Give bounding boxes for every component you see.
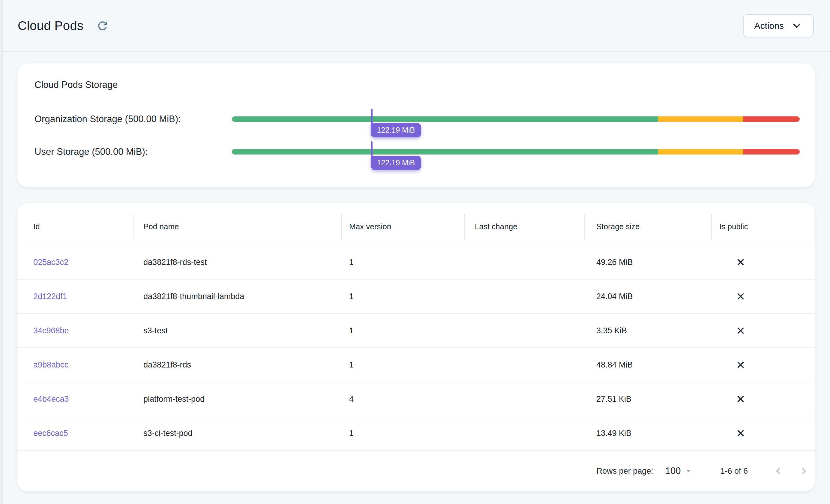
- column-header-last-change[interactable]: Last change: [464, 222, 584, 231]
- left-edge-divider: [0, 0, 3, 504]
- page-header: Cloud Pods Actions: [0, 0, 830, 52]
- page-title: Cloud Pods: [18, 19, 84, 33]
- rows-per-page-label: Rows per page:: [597, 467, 653, 476]
- refresh-icon: [96, 19, 109, 32]
- org-storage-label: Organization Storage (500.00 MiB):: [34, 113, 232, 126]
- table-row[interactable]: e4b4eca3 platform-test-pod 4 27.51 KiB: [17, 382, 815, 416]
- table-row[interactable]: 34c968be s3-test 1 3.35 KiB: [17, 314, 815, 348]
- max-version-cell: 1: [341, 360, 464, 370]
- pod-name-cell: da3821f8-thumbnail-lambda: [133, 292, 341, 301]
- storage-size-cell: 24.04 MiB: [584, 292, 711, 301]
- table-header-row: Id Pod name Max version Last change Stor…: [17, 203, 815, 245]
- refresh-button[interactable]: [94, 18, 111, 34]
- column-separator: [133, 214, 134, 240]
- storage-size-cell: 48.84 MiB: [584, 360, 711, 370]
- pagination-range: 1-6 of 6: [720, 467, 748, 476]
- chevron-right-icon: [797, 464, 810, 478]
- rows-per-page-select[interactable]: 100: [665, 466, 694, 476]
- org-storage-row: Organization Storage (500.00 MiB): 122.1…: [34, 113, 800, 126]
- chevron-left-icon: [772, 464, 785, 478]
- main-content: Cloud Pods Storage Organization Storage …: [0, 52, 830, 492]
- user-storage-row: User Storage (500.00 MiB): 122.19 MiB: [34, 145, 800, 158]
- chevron-down-icon: [791, 20, 802, 32]
- pod-name-cell: da3821f8-rds: [133, 360, 341, 370]
- storage-card-title: Cloud Pods Storage: [34, 79, 800, 91]
- pod-id-link[interactable]: a9b8abcc: [33, 360, 68, 369]
- is-public-cell: [711, 394, 815, 404]
- close-icon: [735, 360, 746, 370]
- table-row[interactable]: 025ac3c2 da3821f8-rds-test 1 49.26 MiB: [17, 245, 815, 280]
- storage-card: Cloud Pods Storage Organization Storage …: [17, 63, 815, 187]
- column-separator: [464, 214, 465, 240]
- rows-per-page-value: 100: [665, 466, 681, 476]
- table-row[interactable]: a9b8abcc da3821f8-rds 1 48.84 MiB: [17, 348, 815, 382]
- user-storage-value-badge: 122.19 MiB: [371, 156, 421, 170]
- pod-id-link[interactable]: 2d122df1: [33, 292, 67, 301]
- close-icon: [735, 257, 746, 267]
- arrow-dropdown-icon: [683, 466, 693, 476]
- table-pagination: Rows per page: 100 1-6 of 6: [17, 450, 815, 492]
- max-version-cell: 1: [341, 326, 464, 336]
- storage-size-cell: 27.51 KiB: [584, 395, 711, 404]
- column-header-is-public[interactable]: Is public: [711, 222, 815, 231]
- column-header-max-version[interactable]: Max version: [341, 222, 464, 231]
- org-storage-gauge: 122.19 MiB: [232, 117, 800, 122]
- is-public-cell: [711, 291, 815, 302]
- pod-id-link[interactable]: eec6cac5: [33, 429, 68, 438]
- pod-name-cell: s3-test: [133, 326, 341, 336]
- column-separator: [341, 214, 342, 240]
- column-separator: [584, 214, 585, 240]
- max-version-cell: 1: [341, 258, 464, 267]
- pods-table-card: Id Pod name Max version Last change Stor…: [17, 203, 815, 492]
- max-version-cell: 1: [341, 292, 464, 301]
- pod-id-link[interactable]: e4b4eca3: [33, 395, 69, 404]
- column-separator: [711, 214, 712, 240]
- close-icon: [735, 291, 746, 302]
- is-public-cell: [711, 257, 815, 267]
- org-storage-track: [232, 117, 800, 122]
- is-public-cell: [711, 325, 815, 336]
- storage-size-cell: 3.35 KiB: [584, 326, 711, 336]
- actions-button-label: Actions: [755, 21, 784, 31]
- close-icon: [735, 325, 746, 336]
- column-header-pod-name[interactable]: Pod name: [133, 222, 341, 231]
- close-icon: [735, 394, 746, 404]
- column-separator: [814, 214, 815, 240]
- storage-size-cell: 13.49 KiB: [584, 429, 711, 438]
- pod-name-cell: da3821f8-rds-test: [133, 258, 341, 267]
- column-header-id[interactable]: Id: [17, 222, 133, 231]
- next-page-button[interactable]: [797, 464, 810, 478]
- user-storage-gauge: 122.19 MiB: [232, 149, 800, 155]
- max-version-cell: 4: [341, 395, 464, 404]
- pod-id-link[interactable]: 34c968be: [33, 326, 69, 335]
- column-header-storage-size[interactable]: Storage size: [584, 222, 711, 231]
- close-icon: [735, 428, 746, 438]
- pod-name-cell: s3-ci-test-pod: [133, 429, 341, 438]
- pod-id-link[interactable]: 025ac3c2: [33, 258, 68, 267]
- actions-button[interactable]: Actions: [743, 14, 814, 37]
- org-storage-value-badge: 122.19 MiB: [371, 123, 421, 137]
- max-version-cell: 1: [341, 429, 464, 438]
- pod-name-cell: platform-test-pod: [133, 395, 341, 404]
- user-storage-label: User Storage (500.00 MiB):: [34, 145, 232, 158]
- table-row[interactable]: eec6cac5 s3-ci-test-pod 1 13.49 KiB: [17, 416, 815, 450]
- is-public-cell: [711, 428, 815, 438]
- user-storage-track: [232, 149, 800, 155]
- storage-size-cell: 49.26 MiB: [584, 258, 711, 267]
- is-public-cell: [711, 360, 815, 370]
- previous-page-button[interactable]: [772, 464, 785, 478]
- table-row[interactable]: 2d122df1 da3821f8-thumbnail-lambda 1 24.…: [17, 280, 815, 314]
